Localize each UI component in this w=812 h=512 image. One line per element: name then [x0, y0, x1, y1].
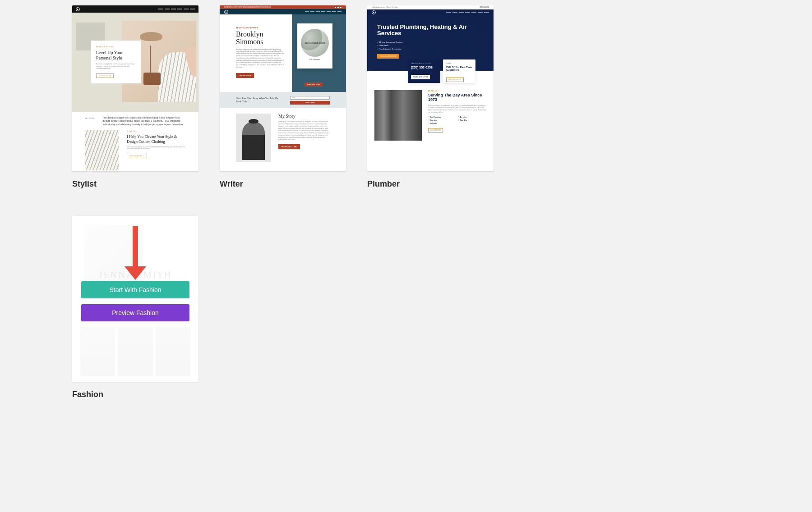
- template-card-stylist[interactable]: ENHANCE STYLES Level Up Your Personal St…: [72, 5, 198, 189]
- thumbnail: ENHANCE STYLES Level Up Your Personal St…: [72, 5, 198, 171]
- thumbnail: JENNA SMITH Start With Fashion Preview F…: [72, 216, 198, 382]
- arrow-down-icon: [125, 226, 146, 280]
- template-title: Stylist: [72, 179, 198, 189]
- template-title: Plumber: [367, 179, 494, 189]
- template-card-writer[interactable]: GET A FREE SHORT STORY WHEN YOU JOIN BRO…: [220, 5, 346, 189]
- thumbnail: hello@divplumber.com Mon-Fri 7am - 6pm (…: [367, 5, 494, 171]
- start-with-button[interactable]: Start With Fashion: [81, 281, 189, 298]
- preview-button[interactable]: Preview Fashion: [81, 304, 189, 321]
- template-card-fashion[interactable]: JENNA SMITH Start With Fashion Preview F…: [72, 216, 198, 399]
- plumber-checks: 24 Hour Emergency Services Clean Work Kn…: [377, 41, 486, 51]
- thumbnail: GET A FREE SHORT STORY WHEN YOU JOIN BRO…: [220, 5, 346, 171]
- template-card-plumber[interactable]: hello@divplumber.com Mon-Fri 7am - 6pm (…: [367, 5, 494, 189]
- template-grid: ENHANCE STYLES Level Up Your Personal St…: [72, 5, 740, 399]
- template-title: Fashion: [72, 390, 198, 399]
- template-title: Writer: [220, 179, 346, 189]
